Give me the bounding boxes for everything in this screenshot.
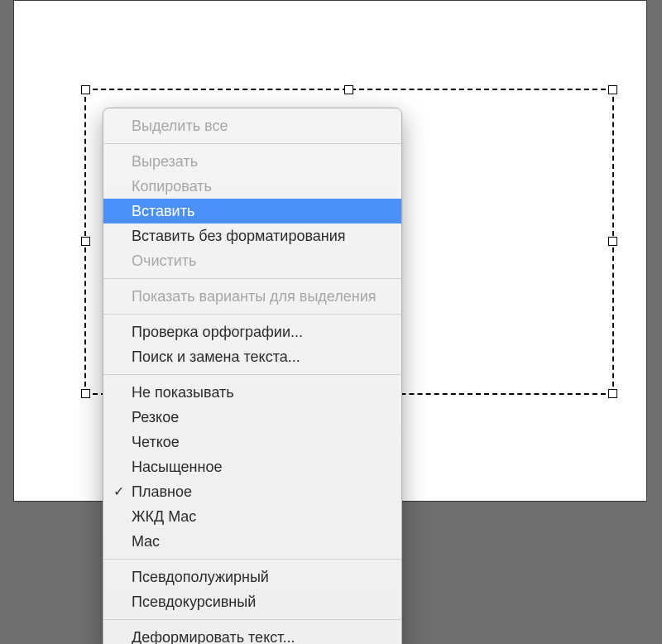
menu-separator bbox=[103, 619, 401, 620]
menu-item[interactable]: Поиск и замена текста... bbox=[103, 344, 401, 369]
menu-item-label: Псевдополужирный bbox=[132, 568, 269, 586]
resize-handle-middle-left[interactable] bbox=[81, 237, 90, 246]
menu-item[interactable]: ✓Плавное bbox=[103, 479, 401, 504]
menu-item[interactable]: Mac bbox=[103, 529, 401, 554]
menu-separator bbox=[103, 559, 401, 560]
menu-item[interactable]: Вставить без форматирования bbox=[103, 223, 401, 248]
menu-item-label: Деформировать текст... bbox=[132, 628, 295, 644]
menu-item-label: Очистить bbox=[132, 252, 196, 270]
menu-item-label: Плавное bbox=[132, 483, 192, 501]
menu-item-label: Показать варианты для выделения bbox=[132, 287, 377, 305]
menu-item[interactable]: Четкое bbox=[103, 430, 401, 454]
menu-item[interactable]: Деформировать текст... bbox=[103, 625, 401, 644]
menu-item[interactable]: Не показывать bbox=[103, 380, 401, 405]
resize-handle-middle-right[interactable] bbox=[608, 237, 617, 246]
menu-item: Показать варианты для выделения bbox=[103, 284, 401, 309]
menu-item-label: Вставить bbox=[132, 202, 194, 220]
resize-handle-top-right[interactable] bbox=[608, 85, 617, 94]
menu-separator bbox=[103, 278, 401, 279]
menu-item-label: Выделить все bbox=[132, 117, 228, 135]
menu-item: Вырезать bbox=[103, 149, 401, 174]
menu-separator bbox=[103, 314, 401, 315]
menu-item-label: Не показывать bbox=[132, 383, 234, 401]
menu-item[interactable]: Насыщенное bbox=[103, 454, 401, 479]
menu-item: Копировать bbox=[103, 174, 401, 199]
menu-item[interactable]: Псевдокурсивный bbox=[103, 589, 401, 614]
menu-item-label: Копировать bbox=[132, 177, 212, 195]
resize-handle-top-center[interactable] bbox=[344, 85, 353, 94]
menu-item[interactable]: ЖКД Mac bbox=[103, 504, 401, 529]
menu-item[interactable]: Псевдополужирный bbox=[103, 565, 401, 589]
menu-item-label: Mac bbox=[132, 532, 160, 550]
menu-item[interactable]: Резкое bbox=[103, 405, 401, 430]
menu-item[interactable]: Вставить bbox=[103, 199, 401, 223]
menu-item-label: Псевдокурсивный bbox=[132, 593, 256, 611]
resize-handle-top-left[interactable] bbox=[81, 85, 90, 94]
menu-item-label: Поиск и замена текста... bbox=[132, 348, 300, 366]
context-menu[interactable]: Выделить всеВырезатьКопироватьВставитьВс… bbox=[103, 108, 402, 644]
menu-item-label: Четкое bbox=[132, 433, 180, 451]
menu-item-label: Вырезать bbox=[132, 152, 198, 171]
resize-handle-bottom-right[interactable] bbox=[608, 389, 617, 398]
menu-item: Выделить все bbox=[103, 113, 401, 138]
resize-handle-bottom-left[interactable] bbox=[81, 389, 90, 398]
menu-item-label: Проверка орфографии... bbox=[132, 323, 303, 341]
menu-item-label: ЖКД Mac bbox=[132, 507, 196, 526]
menu-separator bbox=[103, 143, 401, 144]
menu-item: Очистить bbox=[103, 248, 401, 273]
menu-item-label: Резкое bbox=[132, 408, 179, 426]
menu-separator bbox=[103, 374, 401, 375]
menu-item-label: Вставить без форматирования bbox=[132, 227, 346, 245]
menu-item-label: Насыщенное bbox=[132, 458, 222, 476]
check-icon: ✓ bbox=[113, 483, 124, 501]
menu-item[interactable]: Проверка орфографии... bbox=[103, 320, 401, 344]
